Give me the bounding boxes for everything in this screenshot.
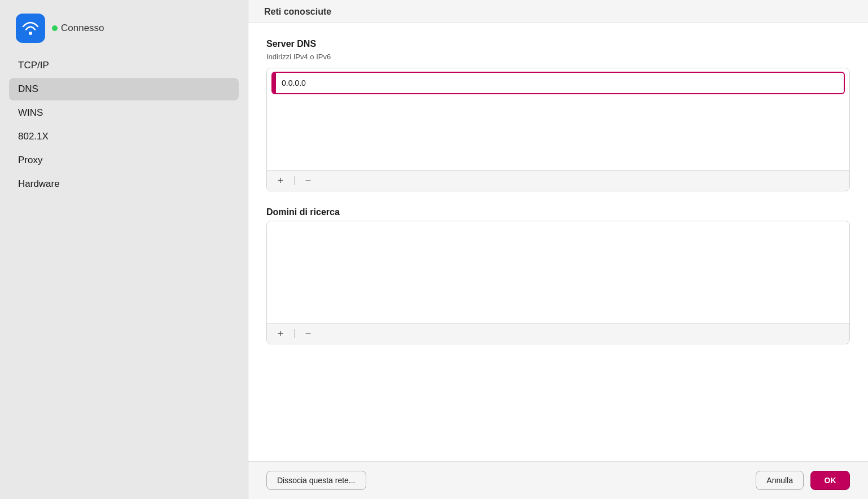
status-dot xyxy=(52,25,58,31)
svg-point-0 xyxy=(29,32,32,35)
status-label: Connesso xyxy=(61,23,104,34)
search-domains-title: Domini di ricerca xyxy=(266,207,850,217)
search-domains-section: Domini di ricerca + − xyxy=(266,207,850,344)
sidebar-item-proxy[interactable]: Proxy xyxy=(9,149,239,172)
search-domains-add-button[interactable]: + xyxy=(274,327,287,340)
dns-controls-divider xyxy=(294,176,295,185)
main-header-title: Reti conosciute xyxy=(264,7,331,16)
connection-status: Connesso xyxy=(52,23,104,34)
sidebar-item-wins[interactable]: WINS xyxy=(9,102,239,124)
dns-input[interactable] xyxy=(276,74,844,92)
search-domains-remove-button[interactable]: − xyxy=(301,327,315,340)
sidebar-item-8021x[interactable]: 802.1X xyxy=(9,125,239,148)
dns-list-controls: + − xyxy=(267,170,849,191)
search-domains-divider xyxy=(294,329,295,338)
main-header: Reti conosciute xyxy=(248,0,868,23)
dns-section-title: Server DNS xyxy=(266,39,850,49)
sidebar-header: Connesso xyxy=(0,0,248,54)
footer-right: Annulla OK xyxy=(756,471,850,490)
main-content: Reti conosciute Server DNS Indirizzi IPv… xyxy=(248,0,868,499)
sidebar: Connesso TCP/IP DNS WINS 802.1X Proxy Ha… xyxy=(0,0,248,499)
cancel-button[interactable]: Annulla xyxy=(756,471,804,490)
window: Connesso TCP/IP DNS WINS 802.1X Proxy Ha… xyxy=(0,0,868,499)
footer: Dissocia questa rete... Annulla OK xyxy=(248,461,868,499)
dns-section-subtitle: Indirizzi IPv4 o IPv6 xyxy=(266,52,850,61)
search-domains-list xyxy=(267,221,849,323)
wifi-icon xyxy=(16,14,45,43)
dns-section: Server DNS Indirizzi IPv4 o IPv6 + xyxy=(266,39,850,191)
content-area: Server DNS Indirizzi IPv4 o IPv6 + xyxy=(248,23,868,461)
dns-input-wrapper xyxy=(271,72,845,94)
sidebar-item-dns[interactable]: DNS xyxy=(9,78,239,100)
wifi-svg xyxy=(21,19,40,38)
search-domains-container: + − xyxy=(266,221,850,344)
sidebar-item-tcpip[interactable]: TCP/IP xyxy=(9,54,239,77)
dns-list xyxy=(267,68,849,170)
dns-list-container: + − xyxy=(266,68,850,191)
search-domains-controls: + − xyxy=(267,323,849,344)
sidebar-item-hardware[interactable]: Hardware xyxy=(9,173,239,195)
disconnect-button[interactable]: Dissocia questa rete... xyxy=(266,471,366,490)
nav-list: TCP/IP DNS WINS 802.1X Proxy Hardware xyxy=(0,54,248,195)
dns-add-button[interactable]: + xyxy=(274,174,287,187)
ok-button[interactable]: OK xyxy=(810,471,850,490)
dns-entry xyxy=(267,68,849,98)
dns-remove-button[interactable]: − xyxy=(301,174,315,187)
